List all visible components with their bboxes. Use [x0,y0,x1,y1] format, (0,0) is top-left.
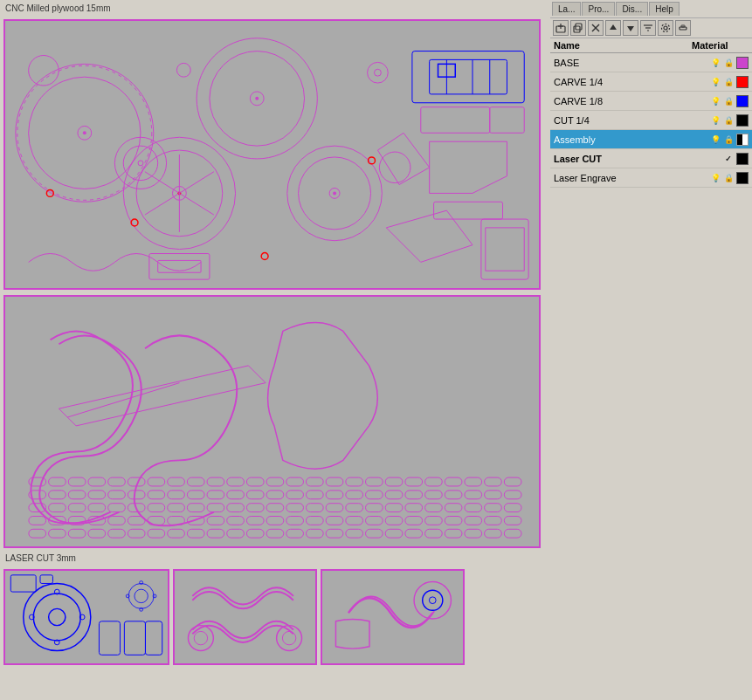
sheet1-container [3,19,541,290]
visibility-icon-assembly[interactable]: 💡 [709,134,721,146]
filter-button[interactable] [640,20,656,36]
lock-icon-cut14[interactable]: 🔒 [722,114,735,127]
layer-row-base[interactable]: BASE 💡 🔒 [550,53,752,72]
checkmark-icon-lasercut: ✓ [722,153,735,165]
visibility-icon-carve18[interactable]: 💡 [709,95,721,107]
layer-icons-base: 💡 🔒 [709,57,735,69]
layer-name-assembly: Assembly [554,134,709,145]
icon-toolbar [550,18,752,38]
right-panel: La... Pro... Dis... Help Nam [550,0,752,700]
layer-row-cut14[interactable]: CUT 1/4 💡 🔒 [550,111,752,130]
svg-point-20 [333,191,336,195]
color-swatch-laserengrave[interactable] [736,172,749,184]
lock-icon-carve14[interactable]: 🔒 [722,76,735,88]
layer-name-base: BASE [554,58,709,68]
layer-row-laserengrave[interactable]: Laser Engrave 💡 🔒 [550,168,752,188]
sheet2-svg [5,297,539,546]
layer-row-carve18[interactable]: CARVE 1/8 💡 🔒 [550,92,752,111]
move-up-button[interactable] [605,20,621,36]
move-down-button[interactable] [623,20,638,36]
layer-name-cut14: CUT 1/4 [554,115,709,126]
sheet2-container [3,295,541,548]
layer-name-carve18: CARVE 1/8 [554,96,709,106]
svg-marker-206 [610,24,617,30]
delete-layer-button[interactable] [588,20,604,36]
material-column-header: Material [692,40,749,51]
layer-icons-assembly: 💡 🔒 [709,134,735,146]
main-canvas-area: CNC Milled plywood 15mm [0,0,550,700]
svg-marker-207 [627,26,634,31]
layer-name-laserengrave: Laser Engrave [554,173,709,183]
layer-row-assembly[interactable]: Assembly 💡 🔒 [550,130,752,149]
tab-display[interactable]: Dis... [616,2,648,16]
color-swatch-carve18[interactable] [736,95,749,107]
sheet1-svg [5,21,539,288]
lock-icon-base[interactable]: 🔒 [722,57,735,69]
lock-icon-laserengrave[interactable]: 🔒 [722,172,735,184]
layer-row-lasercut[interactable]: Laser CUT ✓ [550,149,752,168]
new-layer-button[interactable] [553,20,569,36]
svg-point-212 [662,24,670,32]
duplicate-layer-button[interactable] [570,20,586,36]
sheet3b-svg [175,571,315,663]
lock-icon-assembly[interactable]: 🔒 [722,134,735,146]
color-swatch-lasercut[interactable] [736,153,749,165]
layer-icons-cut14: 💡 🔒 [709,114,735,127]
sheet3a-container [3,569,169,665]
layer-icons-carve18: 💡 🔒 [709,95,735,107]
layer-icons-laserengrave: 💡 🔒 [709,172,735,184]
tab-bar: La... Pro... Dis... Help [550,0,752,18]
sheet3a-svg [5,571,168,663]
tab-help[interactable]: Help [649,2,680,16]
color-swatch-carve14[interactable] [736,76,749,88]
layers-header: Name Material [550,38,752,53]
layer-icons-lasercut: ✓ [722,153,735,165]
tools-button[interactable] [675,20,691,36]
layer-name-lasercut: Laser CUT [554,154,722,164]
svg-point-5 [83,131,86,134]
color-swatch-assembly[interactable] [736,134,749,146]
sheet3-label: LASER CUT 3mm [3,553,547,563]
svg-point-211 [664,26,667,30]
name-column-header: Name [554,40,692,51]
layer-row-carve14[interactable]: CARVE 1/4 💡 🔒 [550,72,752,92]
color-swatch-cut14[interactable] [736,114,749,127]
layer-name-carve14: CARVE 1/4 [554,77,709,87]
sheet3-row [3,569,547,665]
layer-icons-carve14: 💡 🔒 [709,76,735,88]
lock-icon-carve18[interactable]: 🔒 [722,95,735,107]
sheet3c-container [321,569,465,665]
tab-properties[interactable]: Pro... [582,2,615,16]
color-swatch-base[interactable] [736,57,749,69]
svg-rect-0 [7,21,537,288]
tab-layers[interactable]: La... [552,2,581,16]
sheet3c-svg [322,571,463,663]
sheet1-label: CNC Milled plywood 15mm [3,3,547,13]
svg-rect-214 [681,25,685,27]
sheet3b-container [173,569,317,665]
visibility-icon-cut14[interactable]: 💡 [709,114,721,127]
svg-point-16 [255,97,259,100]
visibility-icon-laserengrave[interactable]: 💡 [709,172,721,184]
layers-panel: BASE 💡 🔒 CARVE 1/4 💡 🔒 CARVE 1/8 💡 🔒 [550,53,752,700]
visibility-icon-carve14[interactable]: 💡 [709,76,721,88]
svg-rect-171 [6,571,166,663]
visibility-icon-base[interactable]: 💡 [709,57,721,69]
settings-button[interactable] [658,20,673,36]
